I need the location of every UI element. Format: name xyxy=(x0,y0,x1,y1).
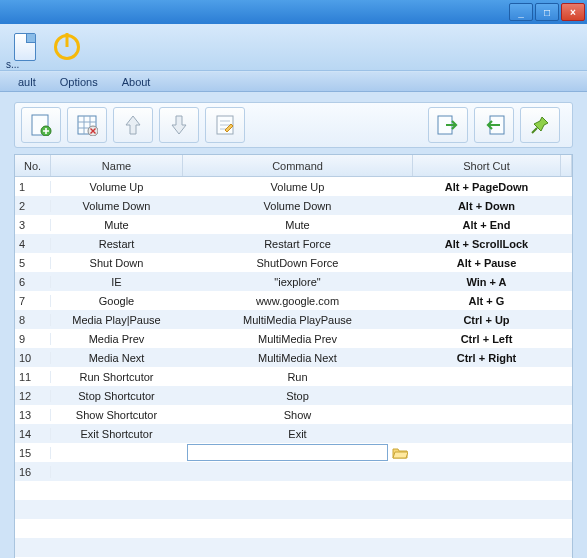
table-row[interactable]: 15 xyxy=(15,443,572,462)
col-header-command[interactable]: Command xyxy=(183,155,413,176)
cell-no: 7 xyxy=(15,295,51,307)
cell-shortcut: Alt + PageDown xyxy=(413,181,561,193)
cell-no: 6 xyxy=(15,276,51,288)
ribbon-caption: s... xyxy=(0,59,587,70)
pin-button[interactable] xyxy=(520,107,560,143)
export-button[interactable] xyxy=(428,107,468,143)
cell-no: 9 xyxy=(15,333,51,345)
folder-open-icon[interactable] xyxy=(392,446,408,459)
col-header-no[interactable]: No. xyxy=(15,155,51,176)
cell-name: Shut Down xyxy=(51,257,183,269)
table-row[interactable]: 5Shut DownShutDown ForceAlt + Pause xyxy=(15,253,572,272)
cell-name: Show Shortcutor xyxy=(51,409,183,421)
cell-command: Exit xyxy=(183,428,413,440)
cell-command: Restart Force xyxy=(183,238,413,250)
table-row-empty xyxy=(15,500,572,519)
table-row[interactable]: 10Media NextMultiMedia NextCtrl + Right xyxy=(15,348,572,367)
cell-name: Run Shortcutor xyxy=(51,371,183,383)
cell-command: Show xyxy=(183,409,413,421)
cell-name: Google xyxy=(51,295,183,307)
edit-button[interactable] xyxy=(205,107,245,143)
cell-no: 12 xyxy=(15,390,51,402)
cell-name: Restart xyxy=(51,238,183,250)
cell-shortcut: Alt + Pause xyxy=(413,257,561,269)
menu-about[interactable]: About xyxy=(110,74,163,90)
cell-shortcut: Ctrl + Right xyxy=(413,352,561,364)
cell-shortcut: Alt + End xyxy=(413,219,561,231)
table-row[interactable]: 7Googlewww.google.comAlt + G xyxy=(15,291,572,310)
power-button[interactable] xyxy=(48,28,86,66)
shortcut-grid: No. Name Command Short Cut 1Volume UpVol… xyxy=(14,154,573,558)
cell-name: Volume Down xyxy=(51,200,183,212)
menu-options[interactable]: Options xyxy=(48,74,110,90)
pin-icon xyxy=(530,115,550,135)
menu-default[interactable]: ault xyxy=(6,74,48,90)
cell-no: 15 xyxy=(15,447,51,459)
cell-command: MultiMedia Next xyxy=(183,352,413,364)
import-icon xyxy=(482,114,506,136)
cell-name: Mute xyxy=(51,219,183,231)
table-row-empty xyxy=(15,538,572,557)
cell-name: Volume Up xyxy=(51,181,183,193)
cell-shortcut: Ctrl + Up xyxy=(413,314,561,326)
table-row[interactable]: 13Show ShortcutorShow xyxy=(15,405,572,424)
move-down-button[interactable] xyxy=(159,107,199,143)
cell-command: MultiMedia PlayPause xyxy=(183,314,413,326)
table-row-empty xyxy=(15,519,572,538)
cell-shortcut: Alt + G xyxy=(413,295,561,307)
arrow-up-icon xyxy=(123,114,143,136)
minimize-button[interactable]: _ xyxy=(509,3,533,21)
table-row[interactable]: 3MuteMuteAlt + End xyxy=(15,215,572,234)
move-up-button[interactable] xyxy=(113,107,153,143)
cell-command: Run xyxy=(183,371,413,383)
cell-command: Volume Down xyxy=(183,200,413,212)
cell-name: Exit Shortcutor xyxy=(51,428,183,440)
document-icon xyxy=(14,33,36,61)
add-button[interactable] xyxy=(21,107,61,143)
close-button[interactable]: × xyxy=(561,3,585,21)
cell-shortcut: Alt + ScrollLock xyxy=(413,238,561,250)
export-icon xyxy=(436,114,460,136)
col-header-name[interactable]: Name xyxy=(51,155,183,176)
cell-name: Media Prev xyxy=(51,333,183,345)
edit-page-icon xyxy=(214,114,236,136)
cell-no: 2 xyxy=(15,200,51,212)
delete-button[interactable] xyxy=(67,107,107,143)
cell-name: Media Next xyxy=(51,352,183,364)
table-row[interactable]: 11Run ShortcutorRun xyxy=(15,367,572,386)
grid-header: No. Name Command Short Cut xyxy=(15,155,572,177)
cell-no: 16 xyxy=(15,466,51,478)
table-row[interactable]: 2Volume DownVolume DownAlt + Down xyxy=(15,196,572,215)
cell-name: Stop Shortcutor xyxy=(51,390,183,402)
table-row[interactable]: 16 xyxy=(15,462,572,481)
cell-command: ShutDown Force xyxy=(183,257,413,269)
cell-no: 4 xyxy=(15,238,51,250)
cell-shortcut: Win + A xyxy=(413,276,561,288)
cell-no: 10 xyxy=(15,352,51,364)
cell-command: www.google.com xyxy=(183,295,413,307)
add-page-icon xyxy=(30,114,52,136)
command-input[interactable] xyxy=(187,444,388,461)
cell-command: MultiMedia Prev xyxy=(183,333,413,345)
cell-no: 13 xyxy=(15,409,51,421)
power-icon xyxy=(54,34,80,60)
col-header-rest xyxy=(561,155,572,176)
grid-body[interactable]: 1Volume UpVolume UpAlt + PageDown2Volume… xyxy=(15,177,572,558)
import-button[interactable] xyxy=(474,107,514,143)
table-row[interactable]: 6IE"iexplore"Win + A xyxy=(15,272,572,291)
col-header-shortcut[interactable]: Short Cut xyxy=(413,155,561,176)
table-row[interactable]: 14Exit ShortcutorExit xyxy=(15,424,572,443)
cell-no: 3 xyxy=(15,219,51,231)
grid-delete-icon xyxy=(76,114,98,136)
cell-no: 5 xyxy=(15,257,51,269)
table-row[interactable]: 9Media PrevMultiMedia PrevCtrl + Left xyxy=(15,329,572,348)
maximize-button[interactable]: □ xyxy=(535,3,559,21)
cell-name: Media Play|Pause xyxy=(51,314,183,326)
table-row[interactable]: 4RestartRestart ForceAlt + ScrollLock xyxy=(15,234,572,253)
cell-command xyxy=(183,444,413,461)
cell-command: Stop xyxy=(183,390,413,402)
table-row[interactable]: 8Media Play|PauseMultiMedia PlayPauseCtr… xyxy=(15,310,572,329)
svg-line-7 xyxy=(532,128,537,133)
table-row[interactable]: 12Stop ShortcutorStop xyxy=(15,386,572,405)
table-row[interactable]: 1Volume UpVolume UpAlt + PageDown xyxy=(15,177,572,196)
